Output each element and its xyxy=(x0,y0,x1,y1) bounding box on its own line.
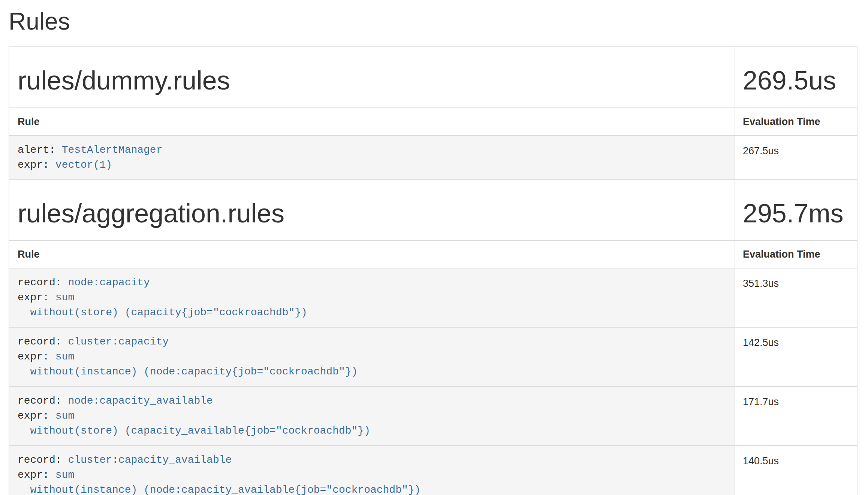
expr-keyword: expr: xyxy=(18,410,55,422)
rule-keyword: record: xyxy=(18,277,68,288)
rule-group-header-row: rules/aggregation.rules 295.7ms xyxy=(9,180,857,240)
rule-keyword: alert: xyxy=(18,144,62,156)
rule-cell: record: cluster:capacity expr: sum witho… xyxy=(9,327,735,386)
rule-name-link[interactable]: cluster:capacity_available xyxy=(68,454,232,466)
rule-definition: alert: TestAlertManager expr: vector(1) xyxy=(18,143,726,173)
rule-definition: record: node:capacity_available expr: su… xyxy=(18,394,726,438)
rule-cell: alert: TestAlertManager expr: vector(1) xyxy=(9,136,735,180)
rule-cell: record: cluster:capacity_available expr:… xyxy=(9,446,735,495)
rule-group-eval-cell: 269.5us xyxy=(735,47,857,107)
rule-group-header-row: rules/dummy.rules 269.5us xyxy=(9,47,857,107)
column-header-rule: Rule xyxy=(9,108,735,136)
rule-eval-time: 171.7us xyxy=(735,386,857,446)
column-header-eval-time: Evaluation Time xyxy=(735,108,857,136)
rule-definition: record: node:capacity expr: sum without(… xyxy=(18,275,726,320)
rule-expr-link[interactable]: sum without(instance) (node:capacity_ava… xyxy=(18,469,421,495)
expr-keyword: expr: xyxy=(18,159,55,171)
column-header-rule: Rule xyxy=(9,240,735,268)
column-header-eval-time: Evaluation Time xyxy=(735,240,857,268)
rule-group-eval-time: 269.5us xyxy=(743,66,849,95)
rule-name-link[interactable]: TestAlertManager xyxy=(62,144,163,156)
rule-keyword: record: xyxy=(18,395,68,407)
rule-row: alert: TestAlertManager expr: vector(1) … xyxy=(9,136,857,180)
rule-definition: record: cluster:capacity expr: sum witho… xyxy=(18,334,726,379)
expr-keyword: expr: xyxy=(18,351,55,362)
rule-keyword: record: xyxy=(18,336,68,347)
expr-keyword: expr: xyxy=(18,469,55,481)
rule-group-name: rules/aggregation.rules xyxy=(18,199,726,228)
rule-eval-time: 142.5us xyxy=(735,327,857,386)
rule-cell: record: node:capacity_available expr: su… xyxy=(9,386,735,446)
rule-row: record: node:capacity_available expr: su… xyxy=(9,386,857,446)
rule-row: record: cluster:capacity_available expr:… xyxy=(9,446,857,495)
rule-eval-time: 140.5us xyxy=(735,446,857,495)
rule-name-link[interactable]: node:capacity_available xyxy=(68,395,213,407)
rule-name-link[interactable]: node:capacity xyxy=(68,277,150,288)
rule-expr-link[interactable]: sum without(instance) (node:capacity{job… xyxy=(18,351,358,377)
rule-row: record: node:capacity expr: sum without(… xyxy=(9,268,857,327)
rule-name-link[interactable]: cluster:capacity xyxy=(68,336,169,347)
rule-expr-link[interactable]: vector(1) xyxy=(55,159,112,171)
rule-group-name: rules/dummy.rules xyxy=(18,66,726,95)
rule-group-eval-cell: 295.7ms xyxy=(735,180,857,240)
rule-group-eval-time: 295.7ms xyxy=(743,199,849,228)
rule-row: record: cluster:capacity expr: sum witho… xyxy=(9,327,857,386)
rule-eval-time: 267.5us xyxy=(735,136,857,180)
rules-table: rules/dummy.rules 269.5us Rule Evaluatio… xyxy=(9,46,858,495)
rule-definition: record: cluster:capacity_available expr:… xyxy=(18,453,726,495)
rule-cell: record: node:capacity expr: sum without(… xyxy=(9,268,735,327)
expr-keyword: expr: xyxy=(18,292,55,303)
rule-expr-link[interactable]: sum without(store) (capacity{job="cockro… xyxy=(18,292,307,318)
column-header-row: Rule Evaluation Time xyxy=(9,108,857,136)
column-header-row: Rule Evaluation Time xyxy=(9,240,857,268)
rule-expr-link[interactable]: sum without(store) (capacity_available{j… xyxy=(18,410,370,437)
rule-eval-time: 351.3us xyxy=(735,268,857,327)
rule-group-name-cell: rules/dummy.rules xyxy=(9,47,735,107)
rule-group-name-cell: rules/aggregation.rules xyxy=(9,180,735,240)
rule-keyword: record: xyxy=(18,454,68,466)
page-title: Rules xyxy=(9,8,858,34)
